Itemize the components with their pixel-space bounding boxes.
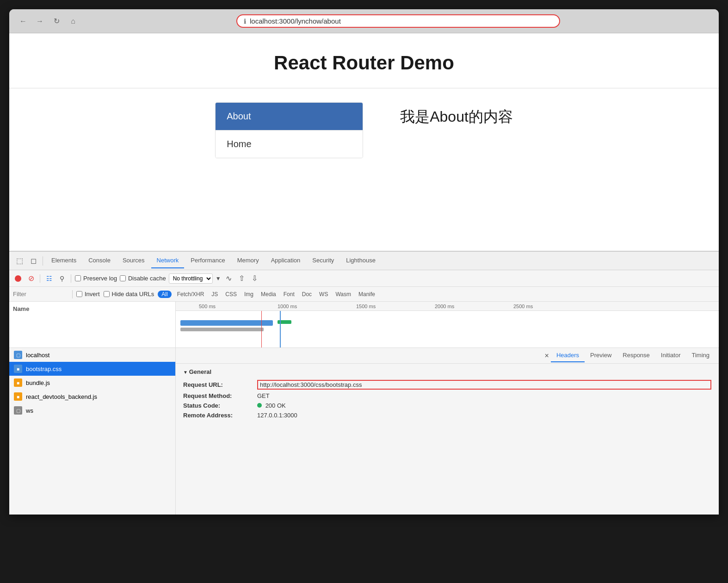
filter-img[interactable]: Img bbox=[242, 291, 255, 298]
tab-application[interactable]: Application bbox=[265, 253, 306, 268]
details-close-button[interactable]: × bbox=[543, 352, 551, 360]
device-toolbar-button[interactable]: ◻ bbox=[27, 254, 40, 267]
timeline-bar-main bbox=[180, 320, 273, 326]
toolbar-sep1 bbox=[40, 274, 40, 283]
request-url-value: http://localhost:3000/css/bootstrap.css bbox=[257, 380, 711, 390]
filter-input[interactable] bbox=[13, 291, 68, 298]
network-toolbar: ⊘ ☷ ⚲ Preserve log Disable cache No thro… bbox=[9, 270, 719, 287]
filter-bar: Invert Hide data URLs All Fetch/XHR JS C… bbox=[9, 287, 719, 302]
file-icon-js: ■ bbox=[14, 378, 22, 387]
details-tabs: × Headers Preview Response Initiator Tim… bbox=[176, 348, 719, 364]
tab-network[interactable]: Network bbox=[151, 253, 185, 268]
address-bar-text: localhost:3000/lynchow/about bbox=[250, 17, 553, 25]
filter-wasm[interactable]: Wasm bbox=[333, 291, 353, 298]
filter-doc[interactable]: Doc bbox=[300, 291, 314, 298]
file-item-react-devtools[interactable]: ■ react_devtools_backend.js bbox=[9, 390, 175, 403]
filter-css[interactable]: CSS bbox=[223, 291, 239, 298]
file-icon-css: ■ bbox=[14, 365, 22, 373]
request-method-row: Request Method: GET bbox=[183, 392, 711, 399]
info-icon: ℹ bbox=[244, 18, 246, 25]
about-content: 我是About的内容 bbox=[400, 102, 513, 127]
disable-cache-label[interactable]: Disable cache bbox=[120, 275, 166, 282]
tab-performance[interactable]: Performance bbox=[185, 253, 230, 268]
details-tab-headers[interactable]: Headers bbox=[551, 349, 585, 362]
files-panel: ▢ localhost ■ bootstrap.css ■ bundle.js … bbox=[9, 348, 176, 515]
hide-data-urls-checkbox[interactable] bbox=[104, 291, 110, 297]
filter-manifest[interactable]: Manife bbox=[357, 291, 377, 298]
details-tab-response[interactable]: Response bbox=[617, 349, 655, 362]
request-url-label: Request URL: bbox=[183, 381, 257, 388]
file-item-bundle[interactable]: ■ bundle.js bbox=[9, 376, 175, 390]
preserve-log-label[interactable]: Preserve log bbox=[75, 275, 117, 282]
marker-1500: 1500 ms bbox=[356, 304, 376, 309]
tab-sources[interactable]: Sources bbox=[117, 253, 150, 268]
nav-item-home[interactable]: Home bbox=[216, 130, 363, 158]
inspect-element-button[interactable]: ⬚ bbox=[13, 254, 26, 267]
nav-item-about[interactable]: About bbox=[216, 103, 363, 130]
filter-ws[interactable]: WS bbox=[317, 291, 330, 298]
file-name-ws: ws bbox=[26, 407, 33, 414]
file-item-ws[interactable]: ▢ ws bbox=[9, 403, 175, 417]
search-button[interactable]: ⚲ bbox=[57, 273, 67, 284]
name-col-header: Name bbox=[13, 305, 29, 312]
timeline-markers: 500 ms 1000 ms 1500 ms 2000 ms 2500 ms bbox=[176, 302, 719, 311]
timeline-area: Name 500 ms 1000 ms 1500 ms 2000 ms 2500… bbox=[9, 302, 719, 348]
timeline-names-col: Name bbox=[9, 302, 176, 347]
back-button[interactable]: ← bbox=[17, 15, 30, 28]
clear-button[interactable]: ⊘ bbox=[26, 273, 36, 284]
wifi-icon[interactable]: ∿ bbox=[224, 273, 234, 284]
tab-console[interactable]: Console bbox=[83, 253, 116, 268]
status-dot bbox=[257, 403, 262, 408]
download-button[interactable]: ⇩ bbox=[250, 273, 260, 284]
file-icon-js2: ■ bbox=[14, 392, 22, 401]
tab-security[interactable]: Security bbox=[307, 253, 339, 268]
file-name-bootstrap: bootstrap.css bbox=[26, 366, 62, 372]
invert-label[interactable]: Invert bbox=[76, 291, 100, 298]
filter-js[interactable]: JS bbox=[210, 291, 220, 298]
file-name-localhost: localhost bbox=[26, 352, 49, 359]
file-item-localhost[interactable]: ▢ localhost bbox=[9, 348, 175, 362]
details-tab-timing[interactable]: Timing bbox=[686, 349, 715, 362]
devtools-panel: ⬚ ◻ Elements Console Sources Network Per… bbox=[9, 251, 719, 515]
file-name-react-devtools: react_devtools_backend.js bbox=[26, 393, 97, 400]
upload-button[interactable]: ⇧ bbox=[237, 273, 247, 284]
status-code-row: Status Code: 200 OK bbox=[183, 402, 711, 409]
tab-lighthouse[interactable]: Lighthouse bbox=[340, 253, 381, 268]
filter-media[interactable]: Media bbox=[259, 291, 278, 298]
filter-sep bbox=[72, 290, 73, 298]
status-code-value: 200 OK bbox=[257, 402, 711, 409]
devtools-tabs-bar: ⬚ ◻ Elements Console Sources Network Per… bbox=[9, 252, 719, 270]
invert-checkbox[interactable] bbox=[76, 291, 82, 297]
throttle-select[interactable]: No throttling bbox=[169, 273, 213, 284]
preserve-log-checkbox[interactable] bbox=[75, 275, 81, 281]
request-url-row: Request URL: http://localhost:3000/css/b… bbox=[183, 380, 711, 390]
marker-2000: 2000 ms bbox=[435, 304, 454, 309]
toolbar-sep2 bbox=[71, 274, 71, 283]
filter-font[interactable]: Font bbox=[282, 291, 296, 298]
filter-all-tag[interactable]: All bbox=[158, 291, 171, 298]
general-section: General Request URL: http://localhost:30… bbox=[176, 364, 719, 426]
address-bar-container[interactable]: ℹ localhost:3000/lynchow/about bbox=[236, 14, 560, 28]
request-method-value: GET bbox=[257, 392, 711, 399]
general-header[interactable]: General bbox=[183, 368, 711, 375]
record-button[interactable] bbox=[15, 275, 21, 282]
reload-button[interactable]: ↻ bbox=[50, 15, 63, 28]
remote-address-label: Remote Address: bbox=[183, 412, 257, 419]
status-code-label: Status Code: bbox=[183, 402, 257, 409]
forward-button[interactable]: → bbox=[33, 15, 46, 28]
file-name-bundle: bundle.js bbox=[26, 379, 50, 386]
filter-button[interactable]: ☷ bbox=[44, 273, 54, 284]
marker-500: 500 ms bbox=[199, 304, 216, 309]
details-tab-initiator[interactable]: Initiator bbox=[655, 349, 686, 362]
tab-memory[interactable]: Memory bbox=[232, 253, 265, 268]
title-bar: ← → ↻ ⌂ ℹ localhost:3000/lynchow/about bbox=[9, 9, 719, 33]
home-button[interactable]: ⌂ bbox=[67, 15, 80, 28]
hide-data-urls-label[interactable]: Hide data URLs bbox=[104, 291, 154, 298]
file-item-bootstrap[interactable]: ■ bootstrap.css bbox=[9, 362, 175, 376]
details-tab-preview[interactable]: Preview bbox=[585, 349, 617, 362]
tab-elements[interactable]: Elements bbox=[46, 253, 82, 268]
timeline-graph: 500 ms 1000 ms 1500 ms 2000 ms 2500 ms bbox=[176, 302, 719, 347]
request-method-label: Request Method: bbox=[183, 392, 257, 399]
disable-cache-checkbox[interactable] bbox=[120, 275, 126, 281]
filter-fetch-xhr[interactable]: Fetch/XHR bbox=[175, 291, 206, 298]
